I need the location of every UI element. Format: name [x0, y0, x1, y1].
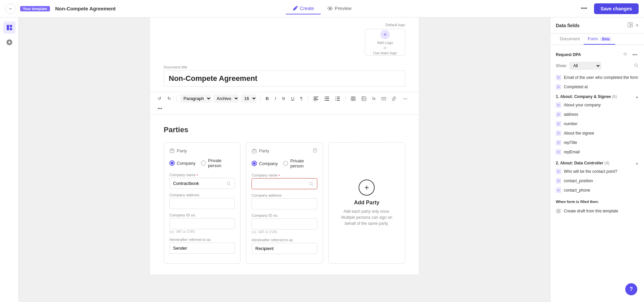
- undo-button[interactable]: ↺: [156, 95, 163, 102]
- formatting-toolbar: ↺ ↻ Paragraph Heading 1 Heading 2 Archiv…: [150, 92, 419, 115]
- document-area: Default logo + Add Logo or Use team logo…: [19, 17, 550, 302]
- svg-point-30: [227, 182, 230, 185]
- table-button[interactable]: [349, 95, 358, 102]
- party-2-delete-button[interactable]: [313, 148, 317, 154]
- attachment-button[interactable]: [390, 95, 399, 102]
- doc-title-input[interactable]: [164, 70, 405, 87]
- use-team-logo-label: Use team logo: [373, 51, 397, 55]
- more-toolbar-button[interactable]: •••: [156, 105, 164, 112]
- party-card-2-header: Party: [252, 148, 317, 154]
- field-item-email[interactable]: ≡ Email of the user who completed the fo…: [550, 73, 644, 82]
- search-button[interactable]: [634, 63, 639, 69]
- field-rep-email[interactable]: ≡ repEmail: [550, 147, 644, 157]
- party-2-name-input[interactable]: [255, 181, 309, 186]
- show-select[interactable]: All Form fields: [570, 62, 601, 69]
- hr-button[interactable]: —: [401, 95, 409, 102]
- field-icon-rep-title: ≡: [556, 140, 561, 145]
- svg-rect-19: [351, 97, 355, 101]
- logo-box[interactable]: + Add Logo or Use team logo: [365, 29, 405, 56]
- svg-rect-9: [325, 100, 329, 101]
- italic-button[interactable]: I: [273, 95, 278, 102]
- back-button[interactable]: ←: [5, 3, 16, 14]
- party-1-referred-input[interactable]: [173, 246, 231, 251]
- ordered-list-button[interactable]: 123: [333, 95, 342, 102]
- party-2-company-radio[interactable]: Company: [252, 158, 278, 168]
- party-1-referred-input-wrapper: [169, 243, 235, 254]
- field-about-company[interactable]: ≡ About your company: [550, 100, 644, 110]
- field-item-completed-at[interactable]: ≡ Completed at: [550, 82, 644, 92]
- party-1-name-input[interactable]: [173, 181, 226, 186]
- underline-button[interactable]: U: [289, 95, 296, 102]
- formula-button[interactable]: fx: [370, 95, 377, 102]
- field-about-signee[interactable]: ≡ About the signee: [550, 129, 644, 138]
- section-data-controller-header[interactable]: 2. About: Data Controller (4) ▲: [550, 158, 644, 167]
- field-contact-point[interactable]: ≡ Who will be the contact point?: [550, 167, 644, 176]
- font-select[interactable]: Archivo: [213, 94, 239, 103]
- align-button[interactable]: [312, 95, 320, 102]
- party-2-type: Company Private person: [252, 158, 317, 168]
- request-dpa-more-button[interactable]: •••: [631, 51, 639, 58]
- section-data-controller: 2. About: Data Controller (4) ▲ ≡ Who wi…: [550, 158, 644, 195]
- chevron-up-2: ▲: [635, 161, 639, 165]
- image-button[interactable]: [360, 95, 368, 102]
- field-icon-completed: ≡: [556, 84, 561, 90]
- panel-tab-document[interactable]: Document: [556, 34, 584, 45]
- tab-preview[interactable]: Preview: [321, 3, 358, 14]
- request-dpa-actions: •••: [622, 51, 639, 58]
- party-1-company-radio[interactable]: Company: [169, 158, 196, 168]
- party-2-referred-input[interactable]: [255, 246, 313, 251]
- panel-tab-form[interactable]: Form Beta: [584, 34, 615, 45]
- field-icon-phone: ≡: [556, 188, 561, 193]
- svg-point-11: [324, 98, 325, 99]
- request-dpa-eye-button[interactable]: [622, 51, 629, 58]
- toolbar-sep-2: [260, 95, 260, 102]
- svg-rect-3: [314, 97, 318, 97]
- sidebar-settings-icon[interactable]: [3, 36, 15, 48]
- svg-point-44: [635, 64, 637, 66]
- redo-button[interactable]: ↻: [165, 95, 173, 102]
- party-1-address-input[interactable]: [173, 201, 231, 206]
- section-2-count: (4): [604, 161, 609, 165]
- more-button[interactable]: •••: [578, 4, 590, 13]
- field-number[interactable]: ≡ number: [550, 119, 644, 129]
- tab-create[interactable]: Create: [286, 3, 321, 14]
- add-party-card[interactable]: + Add Party Add each party only once.Mul…: [328, 142, 405, 264]
- save-button[interactable]: Save changes: [594, 3, 639, 14]
- right-panel-header: Data fields ×: [550, 17, 644, 34]
- party-2-private-radio[interactable]: Private person: [283, 158, 317, 168]
- when-form-item-draft[interactable]: Create draft from this template: [556, 206, 639, 216]
- show-row: Show: All Form fields: [550, 60, 644, 73]
- attachment-icon: [392, 96, 397, 101]
- strikethrough-button[interactable]: S: [280, 95, 287, 102]
- field-rep-title[interactable]: ≡ repTitle: [550, 138, 644, 147]
- sidebar-layout-icon[interactable]: [3, 21, 15, 34]
- panel-tab-form-label: Form: [588, 36, 598, 41]
- section-company-signee-header[interactable]: 1. About: Company & Signee (6) ▲: [550, 92, 644, 100]
- bold-button[interactable]: B: [264, 95, 271, 102]
- pilcrow-button[interactable]: ¶: [298, 95, 305, 102]
- tab-preview-label: Preview: [335, 6, 352, 11]
- party-1-private-radio[interactable]: Private person: [201, 158, 235, 168]
- party-2-id-input[interactable]: [255, 221, 313, 226]
- section-company-signee: 1. About: Company & Signee (6) ▲ ≡ About…: [550, 92, 644, 157]
- field-label-completed: Completed at: [564, 85, 588, 89]
- private-radio-circle-2: [283, 161, 288, 166]
- ordered-list-icon: 123: [335, 96, 340, 101]
- party-2-id-label: Company ID no.: [252, 213, 317, 217]
- list-button[interactable]: [322, 95, 331, 102]
- party-1-id-input[interactable]: [173, 221, 231, 226]
- doc-title-label: Document title: [164, 65, 405, 69]
- undo-icon: ↺: [158, 96, 161, 101]
- party-2-address-input[interactable]: [255, 201, 313, 206]
- help-button[interactable]: ?: [625, 283, 637, 295]
- panel-close-button[interactable]: ×: [636, 22, 639, 29]
- field-contact-position[interactable]: ≡ contact_position: [550, 176, 644, 186]
- more-icon: •••: [581, 5, 587, 12]
- paragraph-select[interactable]: Paragraph Heading 1 Heading 2: [180, 94, 211, 103]
- field-button[interactable]: [379, 95, 388, 102]
- panel-expand-button[interactable]: [626, 21, 634, 29]
- field-address[interactable]: ≡ address: [550, 110, 644, 119]
- size-select[interactable]: 16 12 14 18: [241, 94, 257, 103]
- field-contact-phone[interactable]: ≡ contact_phone: [550, 186, 644, 195]
- party-1-label-text: Party: [177, 148, 187, 153]
